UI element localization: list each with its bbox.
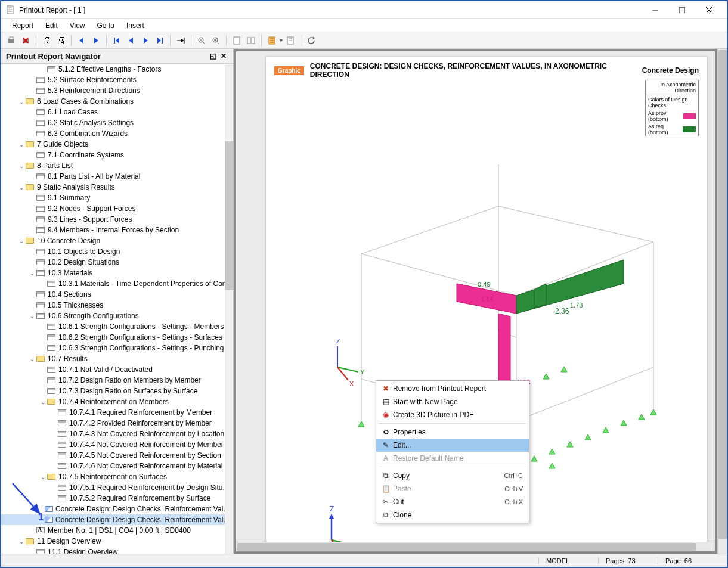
tree-item[interactable]: ›10.7.1 Not Valid / Deactivated [1, 364, 233, 375]
viewer-vscroll[interactable] [717, 49, 727, 554]
tree-item[interactable]: ›10.7.2 Design Ratio on Members by Membe… [1, 375, 233, 386]
tree-item[interactable]: ›10.7.5.2 Required Reinforcement by Surf… [1, 493, 233, 504]
tree-item[interactable]: ›Concrete Design: Design Checks, Reinfor… [1, 514, 233, 525]
tree-item[interactable]: ›7.1 Coordinate Systems [1, 150, 233, 160]
menu-goto[interactable]: Go to [91, 20, 120, 31]
tree-item[interactable]: ›6.1 Load Cases [1, 107, 233, 117]
goto-icon[interactable] [174, 34, 187, 47]
close-button[interactable] [695, 2, 722, 18]
chevron-icon[interactable]: ⌄ [18, 141, 25, 148]
context-menu[interactable]: ✖Remove from Printout Report▤Start with … [376, 380, 529, 523]
tree-item[interactable]: ›10.7.4.5 Not Covered Reinforcement by S… [1, 450, 233, 461]
tree-item[interactable]: ›11.1 Design Overview [1, 547, 233, 554]
two-page-icon[interactable] [244, 34, 258, 47]
doc2-icon[interactable] [284, 34, 297, 47]
zoom-in-icon[interactable] [209, 34, 222, 47]
tree-item[interactable]: ›5.1.2 Effective Lengths - Factors [1, 64, 233, 75]
chevron-icon[interactable]: ⌄ [29, 313, 36, 319]
tree-item[interactable]: ›10.7.4.3 Not Covered Reinforcement by L… [1, 429, 233, 439]
chevron-icon[interactable]: ⌄ [29, 356, 36, 362]
context-menu-item[interactable]: ⧉CopyCtrl+C [376, 469, 529, 482]
menu-edit[interactable]: Edit [39, 20, 64, 31]
tree-item[interactable]: ›9.2 Nodes - Support Forces [1, 203, 233, 214]
tree-item[interactable]: ⌄10.3 Materials [1, 268, 233, 278]
context-menu-item[interactable]: ✖Remove from Printout Report [376, 382, 529, 395]
tree-scrollbar[interactable] [225, 64, 233, 554]
context-menu-item[interactable]: ⚙Properties [376, 426, 529, 439]
context-menu-item[interactable]: ▤Start with New Page [376, 395, 529, 408]
tree-item[interactable]: ⌄10.7.5 Reinforcement on Surfaces [1, 471, 233, 482]
tree-item[interactable]: ›10.1 Objects to Design [1, 246, 233, 257]
tree-item[interactable]: ⌄11 Design Overview [1, 536, 233, 547]
tree-item[interactable]: ›5.2 Surface Reinforcements [1, 75, 233, 85]
tree-item[interactable]: ⌄6 Load Cases & Combinations [1, 96, 233, 107]
nav-prev2-icon[interactable] [125, 34, 138, 47]
minimize-button[interactable] [642, 2, 668, 18]
context-menu-item[interactable]: ✂CutCtrl+X [376, 495, 529, 508]
menu-insert[interactable]: Insert [120, 20, 150, 31]
chevron-icon[interactable]: ⌄ [39, 474, 47, 480]
close-panel-icon[interactable]: ✕ [219, 51, 228, 61]
tree-item[interactable]: ›Concrete Design: Design Checks, Reinfor… [1, 504, 233, 514]
tree-item[interactable]: ›10.6.1 Strength Configurations - Settin… [1, 321, 233, 332]
doc-icon[interactable] [265, 34, 278, 47]
tree-item[interactable]: ›6.3 Combination Wizards [1, 128, 233, 139]
tree-item[interactable]: ›10.7.4.2 Provided Reinforcement by Memb… [1, 418, 233, 429]
chevron-icon[interactable]: ⌄ [18, 163, 25, 169]
delete-print-icon[interactable] [19, 34, 32, 47]
page-fit-icon[interactable] [230, 34, 243, 47]
print-icon[interactable] [5, 34, 18, 47]
tree-item[interactable]: ⌄8 Parts List [1, 160, 233, 171]
nav-first-icon[interactable] [110, 34, 123, 47]
tree-item[interactable]: ›9.4 Members - Internal Forces by Sectio… [1, 225, 233, 235]
nav-next2-icon[interactable] [139, 34, 152, 47]
viewer-hscroll[interactable] [236, 542, 715, 551]
chevron-icon[interactable]: ⌄ [39, 399, 47, 405]
tree-item[interactable]: ⌄7 Guide Objects [1, 139, 233, 150]
maximize-button[interactable] [668, 2, 695, 18]
tree-item[interactable]: ›10.7.4.6 Not Covered Reinforcement by M… [1, 461, 233, 471]
tree-item[interactable]: ›Member No. 1 | DS1 | CO4 | 0.00 ft | SD… [1, 525, 233, 536]
tree-item[interactable]: ⌄10.7.4 Reinforcement on Members [1, 396, 233, 407]
chevron-icon[interactable]: ⌄ [18, 538, 25, 545]
printer2-icon[interactable]: 🖨 [54, 34, 67, 47]
tree-item[interactable]: ›9.3 Lines - Support Forces [1, 214, 233, 225]
tree-item[interactable]: ›10.4 Sections [1, 289, 233, 300]
tree-item[interactable]: ›10.7.5.1 Required Reinforcement by Desi… [1, 482, 233, 493]
tree-item[interactable]: ⌄10 Concrete Design [1, 235, 233, 246]
tree-item[interactable]: ›10.6.2 Strength Configurations - Settin… [1, 332, 233, 343]
chevron-icon[interactable]: ⌄ [18, 98, 25, 105]
viewer-vscroll-thumb[interactable] [718, 50, 727, 539]
chevron-icon[interactable]: ⌄ [18, 184, 25, 191]
nav-next-icon[interactable] [89, 34, 103, 47]
dock-icon[interactable]: ◱ [208, 51, 218, 61]
context-menu-item[interactable]: ◉Create 3D Picture in PDF [376, 408, 529, 421]
chevron-icon[interactable]: ⌄ [18, 238, 25, 244]
tree-item[interactable]: ›10.3.1 Materials - Time-Dependent Prope… [1, 278, 233, 289]
chevron-icon[interactable]: ⌄ [29, 270, 36, 277]
tree-item[interactable]: ›6.2 Static Analysis Settings [1, 117, 233, 128]
context-menu-item[interactable]: ✎Edit... [376, 439, 529, 452]
tree-item[interactable]: ›10.2 Design Situations [1, 257, 233, 268]
tree-item[interactable]: ›10.7.4.1 Required Reinforcement by Memb… [1, 407, 233, 418]
tree-item[interactable]: ⌄10.6 Strength Configurations [1, 311, 233, 321]
tree-scroll-thumb[interactable] [225, 141, 233, 290]
nav-last-icon[interactable] [153, 34, 166, 47]
tree-item[interactable]: ›10.5 Thicknesses [1, 300, 233, 311]
tree-item[interactable]: ›8.1 Parts List - All by Material [1, 171, 233, 182]
tree-item[interactable]: ⌄10.7 Results [1, 353, 233, 364]
refresh-icon[interactable] [305, 34, 318, 47]
nav-prev-icon[interactable] [75, 34, 88, 47]
zoom-out-icon[interactable] [195, 34, 208, 47]
context-menu-item[interactable]: ⧉Clone [376, 508, 529, 522]
tree-item[interactable]: ›5.3 Reinforcement Directions [1, 85, 233, 96]
navigator-tree[interactable]: ›5.1.2 Effective Lengths - Factors›5.2 S… [1, 64, 233, 554]
menu-report[interactable]: Report [6, 20, 39, 31]
printer-icon[interactable]: 🖨 [40, 34, 53, 47]
tree-item[interactable]: ›10.7.4.4 Not Covered Reinforcement by M… [1, 439, 233, 450]
tree-item[interactable]: ›10.6.3 Strength Configurations - Settin… [1, 343, 233, 353]
tree-item[interactable]: ›10.7.3 Design Ratio on Surfaces by Surf… [1, 386, 233, 396]
menu-view[interactable]: View [64, 20, 91, 31]
tree-item[interactable]: ›9.1 Summary [1, 193, 233, 203]
tree-item[interactable]: ⌄9 Static Analysis Results [1, 182, 233, 193]
